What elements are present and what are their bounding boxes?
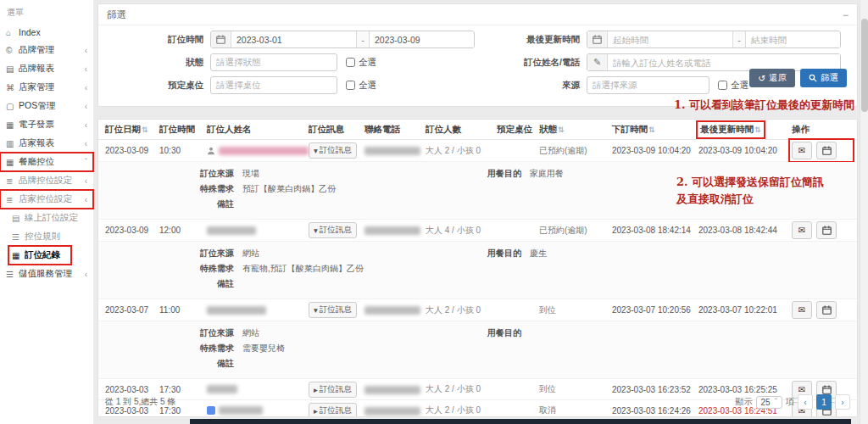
source-select-all[interactable]: 全選 [718, 80, 748, 92]
table-select-all[interactable]: 全選 [346, 80, 376, 92]
calendar-icon [587, 31, 608, 47]
sidebar-item-brand-report[interactable]: ▤ 品牌報表 ‹ [0, 59, 93, 78]
search-button[interactable]: 篩選 [800, 69, 847, 87]
sidebar-item-pos-mgmt[interactable]: ▢ POS管理 ‹ [0, 97, 93, 115]
send-sms-button[interactable]: ✉ [792, 221, 812, 239]
sort-icon[interactable]: ⇅ [754, 126, 761, 134]
detail-note-label: 備註 [193, 278, 242, 290]
booking-message-button[interactable]: ▾訂位訊息 [309, 142, 357, 159]
sort-icon[interactable]: ⇅ [648, 126, 655, 134]
sidebar-item-index[interactable]: ⌂ Index [0, 24, 93, 41]
cancel-booking-button[interactable] [816, 221, 837, 239]
cancel-booking-button[interactable] [816, 142, 837, 159]
booking-message-button[interactable]: ▾訂位訊息 [309, 302, 357, 318]
cancel-booking-button[interactable] [816, 301, 837, 319]
envelope-icon: ✉ [798, 146, 805, 155]
next-page-button[interactable]: › [835, 394, 850, 410]
booking-message-button[interactable]: ▾訂位訊息 [309, 222, 357, 238]
update-time-to-input[interactable] [746, 31, 841, 47]
source-label: 來源 [505, 80, 587, 92]
source-select[interactable]: 請選擇來源 [587, 76, 709, 94]
sidebar-item-restaurant-seating[interactable]: ▦ 餐廳控位 ˇ [0, 153, 93, 171]
caret-down-icon: ▾ [314, 226, 318, 235]
col-header-order-time[interactable]: 下訂時間⇅ [612, 124, 698, 136]
col-header-time: 訂位時間 [159, 124, 207, 136]
detail-purpose-value: 家庭用餐 [530, 168, 564, 180]
col-header-name: 訂位人姓名 [207, 124, 309, 136]
red-annotation-box: ✉ [792, 142, 851, 159]
status-select-all-checkbox[interactable] [346, 58, 355, 67]
sidebar-item-brand-seating-config[interactable]: ≣ 品牌控位設定 ‹ [0, 171, 93, 190]
person-icon [207, 147, 215, 155]
table-row[interactable]: 2023-03-09 12:00 ▾訂位訊息 大人 4 / 小孩 0 已預約(逾… [98, 220, 857, 242]
booking-date-from-input[interactable] [231, 31, 356, 47]
caret-down-icon: ▾ [314, 146, 318, 155]
booking-name [207, 147, 309, 155]
collapse-icon[interactable]: − [843, 9, 849, 21]
booking-name [207, 306, 309, 315]
party-size: 大人 2 / 小孩 0 [426, 145, 497, 157]
monitor-icon: ▢ [6, 102, 19, 111]
reset-button[interactable]: ↺ 還原 [749, 69, 795, 87]
sidebar-item-e-invoice[interactable]: ▦ 電子發票 ‹ [0, 115, 93, 134]
table-row[interactable]: 2023-03-07 11:00 ▾訂位訊息 大人 2 / 小孩 0 到位 20… [98, 299, 857, 321]
booking-table-panel: 訂位日期⇅ 訂位時間 訂位人姓名 訂位訊息 聯絡電話 訂位人數 預定桌位 狀態⇅… [97, 119, 858, 417]
table-select-all-checkbox[interactable] [346, 81, 355, 90]
booking-date-to-input[interactable] [370, 31, 475, 47]
send-sms-button[interactable]: ✉ [792, 142, 812, 159]
booking-time: 10:30 [159, 146, 207, 155]
sidebar-item-online-booking-config[interactable]: ▤ 線上訂位設定 [0, 209, 93, 227]
col-header-update-time[interactable]: 最後更新時間⇅ [698, 123, 792, 137]
blurred-phone [364, 147, 420, 155]
pencil-icon: ✎ [587, 54, 608, 70]
sidebar-item-store-report[interactable]: ▥ 店家報表 ‹ [0, 134, 93, 153]
bottom-window-edge [190, 419, 851, 424]
table-row[interactable]: 2023-03-09 10:30 ▾訂位訊息 大人 2 / 小孩 0 已預約(逾… [98, 140, 857, 162]
sidebar-item-booking-records[interactable]: ▦ 訂位紀錄 [8, 246, 71, 265]
status-select[interactable]: 請選擇狀態 [210, 53, 337, 71]
send-sms-button[interactable]: ✉ [792, 301, 812, 319]
sidebar-item-store-mgmt[interactable]: ⌘ 店家管理 ‹ [0, 78, 93, 97]
sidebar-item-label: Index [19, 27, 87, 37]
detail-source-value: 現場 [242, 168, 259, 180]
col-header-date[interactable]: 訂位日期⇅ [105, 124, 159, 136]
source-select-all-checkbox[interactable] [718, 81, 727, 90]
chevron-left-icon: ‹ [85, 102, 87, 111]
booking-time-label: 訂位時間 [107, 34, 210, 46]
vertical-scrollbar[interactable] [860, 0, 868, 424]
table-header-row: 訂位日期⇅ 訂位時間 訂位人姓名 訂位訊息 聯絡電話 訂位人數 預定桌位 狀態⇅… [98, 120, 857, 140]
blurred-name [207, 306, 266, 315]
page-1-button[interactable]: 1 [816, 394, 832, 410]
party-size: 大人 4 / 小孩 0 [426, 225, 497, 237]
col-header-message: 訂位訊息 [309, 124, 364, 136]
range-separator: - [732, 31, 746, 47]
sort-icon[interactable]: ⇅ [142, 126, 148, 134]
sidebar-item-brand-mgmt[interactable]: © 品牌管理 ‹ [0, 41, 93, 59]
red-annotation-box: ≣ 店家控位設定 ‹ [0, 190, 93, 209]
select-all-label: 全選 [731, 80, 748, 92]
search-icon [809, 74, 817, 82]
sidebar-item-seating-rules[interactable]: ☰ 控位規則 [0, 227, 93, 246]
detail-purpose-label: 用餐目的 [484, 168, 530, 180]
search-button-label: 篩選 [821, 72, 838, 84]
page-size-select[interactable]: 25 ˇ [756, 396, 782, 409]
report-icon: ▤ [6, 64, 19, 74]
sidebar-item-stored-value-mgmt[interactable]: ☰ 儲值服務管理 ‹ [0, 265, 93, 283]
sort-icon[interactable]: ⇅ [558, 126, 565, 134]
caret-down-icon: ▾ [314, 305, 318, 315]
status-placeholder: 請選擇狀態 [216, 57, 261, 69]
sidebar-item-label: 控位規則 [25, 231, 87, 243]
status-text: 已預約(逾期) [539, 225, 612, 237]
status-select-all[interactable]: 全選 [346, 57, 376, 69]
last-update-label: 最後更新時間 [505, 34, 587, 46]
list-icon: ☰ [6, 270, 19, 279]
sidebar-item-label: POS管理 [19, 100, 85, 112]
chevron-left-icon: ‹ [85, 195, 87, 204]
prev-page-button[interactable]: ‹ [798, 394, 813, 410]
chevron-left-icon: ‹ [85, 83, 87, 92]
scrollbar-thumb[interactable] [861, 19, 868, 112]
table-seat-select[interactable]: 請選擇桌位 [210, 76, 337, 94]
col-header-status[interactable]: 狀態⇅ [539, 124, 612, 136]
sidebar-item-store-seating-config[interactable]: ≣ 店家控位設定 ‹ [0, 190, 93, 209]
update-time-from-input[interactable] [608, 31, 732, 47]
